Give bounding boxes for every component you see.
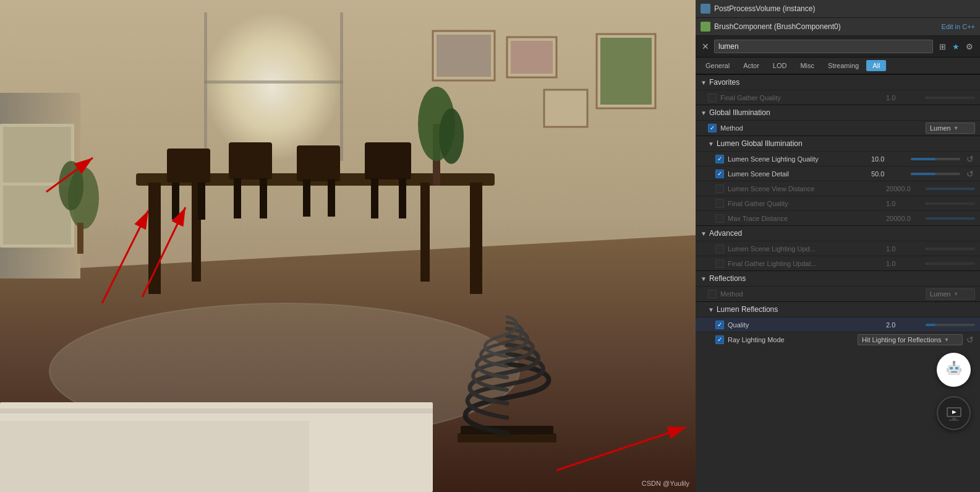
- section-advanced[interactable]: ▼ Advanced: [696, 225, 980, 241]
- tv-icon-circle[interactable]: [937, 396, 971, 430]
- rm-label: Method: [720, 290, 926, 298]
- properties-panel: PostProcessVolume (instance) BrushCompon…: [696, 0, 980, 492]
- tab-lod[interactable]: LOD: [767, 60, 793, 71]
- panel-header: PostProcessVolume (instance): [696, 0, 980, 18]
- rlm-label: Ray Lighting Mode: [728, 336, 858, 343]
- lsd-value: 50.0: [869, 170, 906, 178]
- advanced-chevron: ▼: [701, 230, 707, 237]
- gi-method-checkbox[interactable]: [708, 124, 717, 132]
- search-input[interactable]: [714, 40, 933, 53]
- table-area: [124, 131, 488, 314]
- lslq-slider[interactable]: [911, 158, 960, 160]
- gi-method-label: Method: [720, 124, 926, 132]
- lslu-checkbox[interactable]: [715, 244, 724, 253]
- fgq-fav-label: Final Gather Quality: [720, 94, 881, 101]
- fgq-fav-checkbox[interactable]: [708, 93, 717, 102]
- gi-method-dropdown[interactable]: Lumen ▼: [926, 123, 975, 134]
- lslu-label: Lumen Scene Lighting Upd...: [728, 245, 881, 252]
- rm-dropdown[interactable]: Lumen ▼: [926, 288, 975, 300]
- robot-icon-circle[interactable]: [937, 353, 971, 387]
- fglu-label: Final Gather Lighting Updat...: [728, 260, 881, 267]
- rm-checkbox[interactable]: [708, 290, 717, 298]
- lslq-reset[interactable]: ↺: [965, 154, 975, 164]
- prop-reflections-method: Method Lumen ▼: [696, 286, 980, 301]
- rlm-checkbox[interactable]: [715, 335, 724, 344]
- fglu-value: 1.0: [884, 260, 921, 267]
- reflections-title: Reflections: [709, 274, 746, 283]
- prop-final-gather-quality-fav: Final Gather Quality 1.0: [696, 90, 980, 105]
- fgq-checkbox[interactable]: [715, 199, 724, 208]
- window-light: [216, 12, 340, 149]
- grid-view-icon[interactable]: ⊞: [937, 41, 948, 52]
- lslq-checkbox[interactable]: [715, 155, 724, 163]
- filter-tabs: General Actor LOD Misc Streaming All: [696, 58, 980, 74]
- lsvd-checkbox[interactable]: [715, 184, 724, 193]
- rlm-value: Hit Lighting for Reflections: [862, 336, 941, 343]
- prop-lumen-scene-detail: Lumen Scene Detail 50.0 ↺: [696, 166, 980, 181]
- gi-method-arrow: ▼: [953, 125, 959, 131]
- brush-component-icon: [701, 22, 710, 32]
- settings-icon[interactable]: ⚙: [964, 41, 975, 52]
- lsd-slider[interactable]: [911, 173, 960, 175]
- fglu-checkbox[interactable]: [715, 259, 724, 268]
- prop-lumen-scene-lighting-upd: Lumen Scene Lighting Upd... 1.0: [696, 241, 980, 256]
- section-reflections[interactable]: ▼ Reflections: [696, 270, 980, 286]
- svg-rect-58: [947, 368, 948, 372]
- watermark: CSDN @Yuulily: [642, 480, 689, 487]
- tab-actor[interactable]: Actor: [737, 60, 765, 71]
- rlm-dropdown[interactable]: Hit Lighting for Reflections ▼: [858, 334, 963, 345]
- quality-label: Quality: [728, 321, 881, 329]
- section-favorites[interactable]: ▼ Favorites: [696, 74, 980, 90]
- lumen-refl-chevron: ▼: [708, 306, 714, 313]
- search-bar: ✕ ⊞ ★ ⚙: [696, 36, 980, 58]
- fgq-value: 1.0: [884, 200, 921, 207]
- edit-cpp-link[interactable]: Edit in C++: [942, 23, 975, 30]
- section-lumen-gi[interactable]: ▼ Lumen Global Illumination: [696, 136, 980, 151]
- lumen-gi-chevron: ▼: [708, 140, 714, 147]
- mtd-slider[interactable]: [926, 217, 975, 220]
- tab-misc[interactable]: Misc: [794, 60, 820, 71]
- tab-general[interactable]: General: [699, 60, 736, 71]
- prop-max-trace-distance: Max Trace Distance 20000.0: [696, 210, 980, 225]
- star-icon[interactable]: ★: [950, 41, 961, 52]
- tab-all[interactable]: All: [866, 60, 886, 71]
- fgq-fav-slider[interactable]: [926, 97, 975, 99]
- prop-final-gather-lighting-upd: Final Gather Lighting Updat... 1.0: [696, 256, 980, 270]
- section-global-illumination[interactable]: ▼ Global Illumination: [696, 105, 980, 120]
- favorites-chevron: ▼: [701, 79, 707, 86]
- prop-quality: Quality 2.0: [696, 317, 980, 332]
- toolbar-icons: ⊞ ★ ⚙: [937, 41, 975, 52]
- component-icon: [701, 4, 710, 14]
- mtd-value: 20000.0: [884, 215, 921, 222]
- lslu-slider[interactable]: [926, 248, 975, 250]
- lsvd-slider[interactable]: [926, 188, 975, 190]
- reflections-chevron: ▼: [701, 275, 707, 282]
- lsd-reset[interactable]: ↺: [965, 169, 975, 179]
- tv-play-icon: [943, 402, 965, 425]
- quality-value: 2.0: [884, 321, 921, 329]
- quality-slider[interactable]: [926, 324, 975, 326]
- viewport: CSDN @Yuulily: [0, 0, 696, 492]
- svg-rect-52: [948, 365, 960, 375]
- component-label: BrushComponent (BrushComponent0): [714, 22, 938, 31]
- left-wall-cabinet: [0, 93, 74, 266]
- lumen-gi-title: Lumen Global Illumination: [717, 139, 803, 148]
- tab-streaming[interactable]: Streaming: [822, 60, 865, 71]
- rm-arrow: ▼: [953, 291, 959, 297]
- lsd-label: Lumen Scene Detail: [728, 170, 866, 178]
- svg-rect-59: [960, 368, 961, 372]
- fgq-label: Final Gather Quality: [728, 200, 881, 207]
- svg-rect-64: [949, 420, 959, 421]
- search-clear-button[interactable]: ✕: [701, 41, 710, 51]
- favorites-title: Favorites: [709, 78, 739, 87]
- mtd-checkbox[interactable]: [715, 214, 724, 223]
- fglu-slider[interactable]: [926, 262, 975, 265]
- prop-ray-lighting-mode: Ray Lighting Mode Hit Lighting for Refle…: [696, 332, 980, 347]
- section-lumen-reflections[interactable]: ▼ Lumen Reflections: [696, 301, 980, 317]
- lsd-checkbox[interactable]: [715, 170, 724, 178]
- svg-rect-63: [952, 418, 956, 420]
- rlm-reset[interactable]: ↺: [965, 335, 975, 345]
- prop-gi-method: Method Lumen ▼: [696, 120, 980, 136]
- fgq-slider[interactable]: [926, 202, 975, 205]
- quality-checkbox[interactable]: [715, 321, 724, 329]
